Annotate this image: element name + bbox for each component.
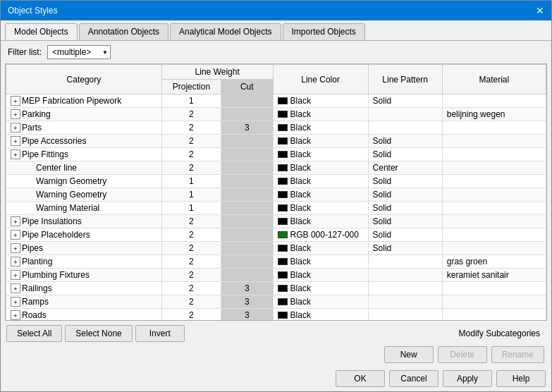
expand-icon[interactable]: + <box>11 149 20 159</box>
cell-line-pattern <box>368 108 442 121</box>
cell-projection: 1 <box>161 175 221 188</box>
cell-category: Warnign Geometry <box>6 175 162 188</box>
table-row[interactable]: +Ramps23Black <box>6 295 546 309</box>
table-row[interactable]: Warning Geometry1BlackSolid <box>6 188 546 202</box>
cancel-button[interactable]: Cancel <box>389 370 438 387</box>
delete-subcategory-button[interactable]: Delete <box>438 346 487 363</box>
cell-line-pattern <box>368 282 442 295</box>
cell-cut: 3 <box>221 121 273 135</box>
cell-line-pattern <box>368 255 442 269</box>
cell-line-color[interactable]: Black <box>273 161 368 175</box>
cell-line-color[interactable]: Black <box>273 282 368 295</box>
category-name: Pipe Accessories <box>22 136 86 146</box>
expand-icon[interactable]: + <box>11 96 20 106</box>
expand-icon[interactable]: + <box>11 136 20 146</box>
table-row[interactable]: +Pipes2BlackSolid <box>6 242 546 255</box>
tab-imported-objects[interactable]: Imported Objects <box>283 23 365 40</box>
table-row[interactable]: +Roads23Black <box>6 309 546 321</box>
table-scroll-area[interactable]: Category Line Weight Line Color Line Pat… <box>6 64 546 320</box>
tab-analytical-model-objects[interactable]: Analytical Model Objects <box>170 23 281 40</box>
table-row[interactable]: +MEP Fabrication Pipework1BlackSolid <box>6 94 546 108</box>
category-name: Railings <box>22 283 52 293</box>
filter-select[interactable]: <multiple> <box>47 45 111 59</box>
select-all-button[interactable]: Select All <box>6 325 62 342</box>
expand-icon[interactable]: + <box>11 310 20 320</box>
help-button[interactable]: Help <box>496 370 546 387</box>
expand-icon[interactable]: + <box>11 297 20 307</box>
cell-material <box>442 309 546 321</box>
ok-button[interactable]: OK <box>336 370 385 387</box>
cell-line-color[interactable]: Black <box>273 108 368 121</box>
cell-line-color[interactable]: RGB 000-127-000 <box>273 228 368 242</box>
table-row[interactable]: +Pipe Fittings2BlackSolid <box>6 148 546 161</box>
cell-material <box>442 202 546 215</box>
header-line-weight: Line Weight <box>161 65 273 80</box>
cell-material <box>442 215 546 228</box>
cell-cut <box>221 215 273 228</box>
cell-line-color[interactable]: Black <box>273 148 368 161</box>
cell-line-color[interactable]: Black <box>273 309 368 321</box>
expand-icon[interactable]: + <box>11 109 20 119</box>
filter-select-wrapper[interactable]: <multiple> <box>47 45 111 59</box>
cell-line-color[interactable]: Black <box>273 175 368 188</box>
cell-line-color[interactable]: Black <box>273 295 368 309</box>
table-row[interactable]: +Planting2Blackgras groen <box>6 255 546 269</box>
tab-model-objects[interactable]: Model Objects <box>5 23 78 40</box>
rename-subcategory-button[interactable]: Rename <box>491 346 544 363</box>
table-row[interactable]: +Plumbing Fixtures2Blackkeramiet sanitai… <box>6 269 546 282</box>
apply-button[interactable]: Apply <box>443 370 492 387</box>
table-header: Category Line Weight Line Color Line Pat… <box>6 65 546 94</box>
expand-icon[interactable]: + <box>11 230 20 240</box>
cell-line-color[interactable]: Black <box>273 121 368 135</box>
table-row[interactable]: Warning Material1BlackSolid <box>6 202 546 215</box>
tab-annotation-objects[interactable]: Annotation Objects <box>79 23 168 40</box>
table-row[interactable]: Center line2BlackCenter <box>6 161 546 175</box>
table-row[interactable]: Warnign Geometry1BlackSolid <box>6 175 546 188</box>
cell-cut: 3 <box>221 309 273 321</box>
invert-button[interactable]: Invert <box>135 325 185 342</box>
cell-line-color[interactable]: Black <box>273 135 368 148</box>
header-material: Material <box>442 65 546 94</box>
cell-projection: 2 <box>161 161 221 175</box>
cell-line-color[interactable]: Black <box>273 269 368 282</box>
table-row[interactable]: +Parking2Blackbelijning wegen <box>6 108 546 121</box>
cell-projection: 2 <box>161 255 221 269</box>
cell-cut <box>221 228 273 242</box>
cell-line-color[interactable]: Black <box>273 94 368 108</box>
cell-material: belijning wegen <box>442 108 546 121</box>
cell-line-color[interactable]: Black <box>273 255 368 269</box>
expand-icon[interactable]: + <box>11 243 20 253</box>
cell-line-color[interactable]: Black <box>273 188 368 202</box>
cell-line-color[interactable]: Black <box>273 242 368 255</box>
dialog-title: Object Styles <box>8 6 58 16</box>
cell-line-color[interactable]: Black <box>273 202 368 215</box>
cell-line-pattern: Solid <box>368 135 442 148</box>
close-button[interactable]: ✕ <box>536 5 544 16</box>
expand-icon[interactable]: + <box>11 283 20 293</box>
cell-category: +Pipe Accessories <box>6 135 162 148</box>
expand-icon[interactable]: + <box>11 123 20 133</box>
new-subcategory-button[interactable]: New <box>384 346 434 363</box>
table-row[interactable]: +Railings23Black <box>6 282 546 295</box>
table-row[interactable]: +Pipe Accessories2BlackSolid <box>6 135 546 148</box>
cell-cut <box>221 94 273 108</box>
select-none-button[interactable]: Select None <box>65 325 132 342</box>
table-row[interactable]: +Parts23Black <box>6 121 546 135</box>
category-name: Warnign Geometry <box>36 176 106 186</box>
table-row[interactable]: +Pipe Insulations2BlackSolid <box>6 215 546 228</box>
header-projection: Projection <box>161 80 221 94</box>
cell-projection: 2 <box>161 242 221 255</box>
expand-icon[interactable]: + <box>11 257 20 267</box>
footer: OK Cancel Apply Help <box>1 367 551 391</box>
cell-material <box>442 94 546 108</box>
cell-line-color[interactable]: Black <box>273 215 368 228</box>
table-row[interactable]: +Pipe Placeholders2RGB 000-127-000Solid <box>6 228 546 242</box>
cell-category: +Parts <box>6 121 162 135</box>
cell-material <box>442 295 546 309</box>
object-styles-dialog: Object Styles ✕ Model Objects Annotation… <box>0 0 552 392</box>
header-line-pattern: Line Pattern <box>368 65 442 94</box>
cell-projection: 2 <box>161 148 221 161</box>
expand-icon[interactable]: + <box>11 216 20 226</box>
category-name: Center line <box>36 163 77 173</box>
expand-icon[interactable]: + <box>11 270 20 280</box>
